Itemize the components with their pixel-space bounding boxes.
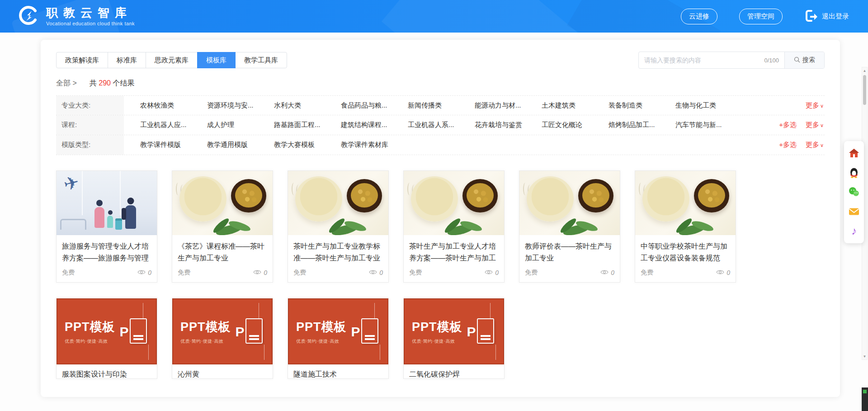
- header-decoration: [382, 0, 589, 33]
- eye-icon: [716, 269, 724, 276]
- card-price: 免费: [178, 269, 190, 277]
- search-box: 0/100 搜索: [638, 52, 825, 69]
- filter-item[interactable]: 工匠文化概论: [542, 121, 609, 129]
- template-card[interactable]: 茶叶生产与加工专业人才培养方案——茶叶生产与加工专业免费0: [403, 170, 505, 283]
- wechat-icon[interactable]: [848, 186, 860, 198]
- app-logo[interactable]: 职教云智库 Vocational education cloud think t…: [18, 5, 135, 28]
- filter-item[interactable]: 水利大类: [274, 101, 341, 110]
- filter-item[interactable]: 教学课件素材库: [341, 141, 408, 149]
- card-price: 免费: [525, 269, 538, 277]
- filter-item[interactable]: 花卉栽培与鉴赏: [475, 121, 542, 129]
- tab-template[interactable]: 模板库: [197, 52, 236, 68]
- filter-item[interactable]: 路基路面工程...: [274, 121, 341, 129]
- ppt-subtitle: 优质·简约·便捷·高效: [65, 338, 115, 345]
- ppt-subtitle: 优质·简约·便捷·高效: [412, 338, 462, 345]
- view-count: 0: [716, 269, 730, 276]
- ppt-template-card[interactable]: PPT模板优质·简约·便捷·高效P沁州黄: [172, 298, 273, 379]
- template-card[interactable]: 茶叶生产与加工专业教学标准——茶叶生产与加工专业免费0: [288, 170, 389, 283]
- breadcrumb: 全部 > 共 290 个结果: [56, 79, 825, 88]
- teacup-graphic: [179, 176, 226, 222]
- filter-item[interactable]: 生物与化工类: [675, 101, 742, 110]
- template-card[interactable]: 中等职业学校茶叶生产与加工专业仪器设备装备规范——茶叶...免费0: [635, 170, 736, 283]
- card-image: PPT模板优质·简约·便捷·高效P: [288, 298, 388, 364]
- music-icon[interactable]: ♪: [848, 225, 860, 237]
- teacup-graphic: [642, 176, 689, 222]
- view-count: 0: [485, 269, 499, 276]
- template-card[interactable]: 《茶艺》课程标准——茶叶生产与加工专业免费0: [172, 170, 273, 283]
- card-grid-row2: PPT模板优质·简约·便捷·高效P服装图案设计与印染PPT模板优质·简约·便捷·…: [56, 298, 825, 379]
- logout-label: 退出登录: [822, 12, 849, 21]
- card-image: [404, 171, 504, 235]
- eye-icon: [253, 269, 261, 276]
- home-icon[interactable]: [848, 147, 860, 160]
- tea-bowl-graphic: [694, 179, 729, 213]
- logo-icon: [18, 5, 40, 28]
- search-input[interactable]: [639, 57, 764, 64]
- logout-button[interactable]: 退出登录: [804, 9, 849, 24]
- filter-item[interactable]: 装备制造类: [609, 101, 675, 110]
- scroll-down-arrow[interactable]: ▼: [862, 353, 867, 359]
- card-title: 二氧化碳保护焊: [404, 364, 504, 379]
- ppt-template-card[interactable]: PPT模板优质·简约·便捷·高效P二氧化碳保护焊: [403, 298, 505, 379]
- tab-tools[interactable]: 教学工具库: [235, 52, 287, 68]
- template-card[interactable]: ✈旅游服务与管理专业人才培养方案——旅游服务与管理专业免费0: [56, 170, 157, 283]
- tab-ideology[interactable]: 思政元素库: [146, 52, 198, 68]
- card-title: 茶叶生产与加工专业人才培养方案——茶叶生产与加工专业: [404, 235, 504, 264]
- filter-item[interactable]: 工业机器人应...: [140, 121, 207, 129]
- tab-standard[interactable]: 标准库: [108, 52, 146, 68]
- bench-graphic: [60, 219, 86, 230]
- filter-item[interactable]: 资源环境与安...: [207, 101, 274, 110]
- tab-policy[interactable]: 政策解读库: [56, 52, 108, 68]
- filter-item[interactable]: 土木建筑类: [542, 101, 609, 110]
- eye-icon: [369, 269, 377, 276]
- card-title: 隧道施工技术: [288, 364, 388, 379]
- filter-item[interactable]: 食品药品与粮...: [341, 101, 408, 110]
- logout-icon: [804, 9, 818, 24]
- admin-space-button[interactable]: 管理空间: [739, 9, 783, 24]
- ppt-label: PPT模板: [180, 319, 231, 335]
- view-count: 0: [369, 269, 383, 276]
- filter-label: 专业大类:: [56, 96, 124, 115]
- multi-select-link[interactable]: +多选: [779, 121, 797, 129]
- template-card[interactable]: 教师评价表——茶叶生产与加工专业免费0: [519, 170, 620, 283]
- filter-item[interactable]: 教学课件模版: [140, 141, 207, 149]
- filter-item[interactable]: 新闻传播类: [408, 101, 475, 110]
- mail-icon[interactable]: [848, 205, 860, 218]
- qq-icon[interactable]: [848, 166, 860, 179]
- logo-title: 职教云智库: [46, 6, 135, 19]
- search-button[interactable]: 搜索: [784, 52, 824, 68]
- filter-item[interactable]: 焙烤制品加工...: [609, 121, 675, 129]
- card-image: [635, 171, 736, 235]
- more-label: 更多: [806, 101, 819, 109]
- teacup-graphic: [295, 176, 342, 222]
- breadcrumb-all[interactable]: 全部 >: [56, 79, 77, 88]
- filter-item[interactable]: 农林牧渔类: [140, 101, 207, 110]
- filter-item[interactable]: 教学通用模版: [207, 141, 274, 149]
- powerpoint-icon: P: [466, 317, 495, 345]
- filter-row: 课程:工业机器人应...成人护理路基路面工程...建筑结构课程...工业机器人系…: [56, 115, 825, 135]
- more-link[interactable]: 更多∨: [806, 121, 824, 129]
- more-link[interactable]: 更多∨: [806, 141, 824, 149]
- filter-item[interactable]: 成人护理: [207, 121, 274, 129]
- chevron-down-icon: ∨: [820, 123, 824, 128]
- view-count: 0: [137, 269, 151, 276]
- filter-item[interactable]: 汽车节能与新...: [675, 121, 742, 129]
- result-count: 共 290 个结果: [90, 79, 135, 88]
- teacup-graphic: [411, 176, 458, 222]
- card-image: PPT模板优质·简约·便捷·高效P: [404, 298, 504, 364]
- view-count: 0: [253, 269, 267, 276]
- scroll-up-arrow[interactable]: ▲: [862, 67, 867, 74]
- filter-item[interactable]: 教学大赛模板: [274, 141, 341, 149]
- eye-icon: [485, 269, 493, 276]
- more-link[interactable]: 更多∨: [806, 101, 824, 110]
- scrollbar-thumb[interactable]: [863, 75, 866, 105]
- ppt-template-card[interactable]: PPT模板优质·简约·便捷·高效P服装图案设计与印染: [56, 298, 157, 379]
- main-panel: 政策解读库标准库思政元素库模板库教学工具库 0/100 搜索 全部 > 共 29…: [41, 40, 840, 397]
- airplane-graphic: ✈: [61, 171, 81, 195]
- filter-item[interactable]: 建筑结构课程...: [341, 121, 408, 129]
- multi-select-link[interactable]: +多选: [779, 141, 797, 149]
- cloud-training-button[interactable]: 云进修: [681, 9, 717, 24]
- ppt-template-card[interactable]: PPT模板优质·简约·便捷·高效P隧道施工技术: [288, 298, 389, 379]
- filter-item[interactable]: 能源动力与材...: [475, 101, 542, 110]
- filter-item[interactable]: 工业机器人系...: [408, 121, 475, 129]
